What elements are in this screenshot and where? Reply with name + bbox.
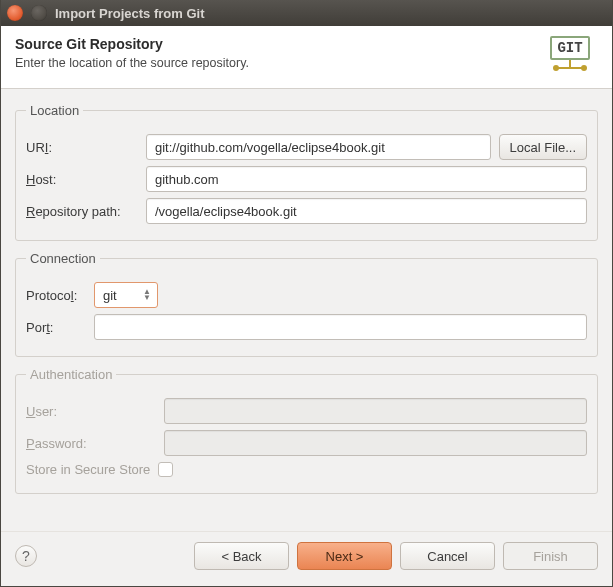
repo-path-label: Repository path: xyxy=(26,204,138,219)
repo-path-input[interactable] xyxy=(146,198,587,224)
connection-legend: Connection xyxy=(26,251,100,266)
protocol-label: Protocol: xyxy=(26,288,86,303)
finish-button: Finish xyxy=(503,542,598,570)
uri-input[interactable] xyxy=(146,134,491,160)
location-legend: Location xyxy=(26,103,83,118)
window-title: Import Projects from Git xyxy=(55,6,205,21)
uri-label: URI: xyxy=(26,140,138,155)
next-button[interactable]: Next > xyxy=(297,542,392,570)
password-label: Password: xyxy=(26,436,156,451)
authentication-group: Authentication User: Password: Store in … xyxy=(15,367,598,494)
git-icon: GIT xyxy=(550,36,598,76)
page-title: Source Git Repository xyxy=(15,36,550,52)
port-label: Port: xyxy=(26,320,86,335)
auth-legend: Authentication xyxy=(26,367,116,382)
spinner-arrows-icon: ▲▼ xyxy=(143,289,151,301)
titlebar: Import Projects from Git xyxy=(1,0,612,26)
git-icon-label: GIT xyxy=(550,36,590,60)
connection-group: Connection Protocol: git ▲▼ Port: xyxy=(15,251,598,357)
minimize-icon[interactable] xyxy=(31,5,47,21)
wizard-header: Source Git Repository Enter the location… xyxy=(1,26,612,89)
protocol-select[interactable]: git ▲▼ xyxy=(94,282,158,308)
port-input[interactable] xyxy=(94,314,587,340)
location-group: Location URI: Local File... Host: Reposi… xyxy=(15,103,598,241)
user-label: User: xyxy=(26,404,156,419)
user-input xyxy=(164,398,587,424)
host-label: Host: xyxy=(26,172,138,187)
cancel-button[interactable]: Cancel xyxy=(400,542,495,570)
back-button[interactable]: < Back xyxy=(194,542,289,570)
help-icon[interactable]: ? xyxy=(15,545,37,567)
close-icon[interactable] xyxy=(7,5,23,21)
protocol-value: git xyxy=(103,288,117,303)
svg-point-2 xyxy=(553,65,559,71)
svg-point-3 xyxy=(581,65,587,71)
page-subtitle: Enter the location of the source reposit… xyxy=(15,56,550,70)
local-file-button[interactable]: Local File... xyxy=(499,134,587,160)
store-secure-label: Store in Secure Store xyxy=(26,462,150,477)
wizard-footer: ? < Back Next > Cancel Finish xyxy=(1,531,612,586)
password-input xyxy=(164,430,587,456)
host-input[interactable] xyxy=(146,166,587,192)
store-secure-checkbox xyxy=(158,462,173,477)
